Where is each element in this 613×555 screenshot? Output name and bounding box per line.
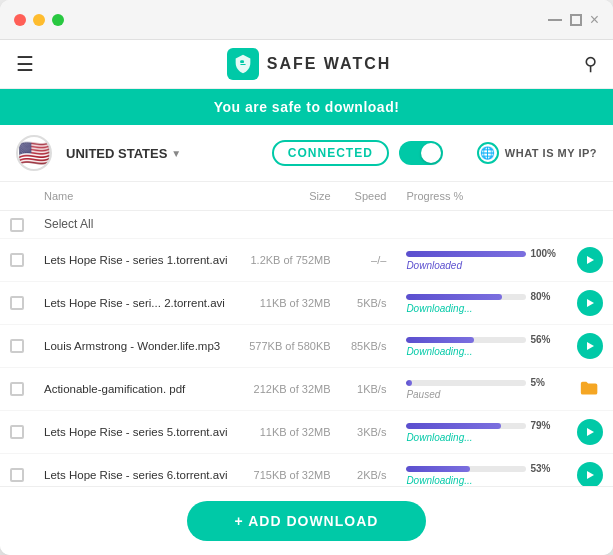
- progress-status: Paused: [406, 389, 557, 400]
- progress-bar-bg: [406, 380, 526, 386]
- play-button[interactable]: [577, 419, 603, 445]
- filesize: 11KB of 32MB: [239, 281, 341, 324]
- play-button[interactable]: [577, 462, 603, 486]
- progress-bar-fill: [406, 294, 502, 300]
- vpn-toggle[interactable]: [399, 141, 443, 165]
- play-button[interactable]: [577, 333, 603, 359]
- row-checkbox[interactable]: [10, 468, 24, 482]
- connection-bar: 🇺🇸 UNITED STATES ▼ CONNECTED 🌐 WHAT IS M…: [0, 125, 613, 182]
- filename: Louis Armstrong - Wonder.life.mp3: [44, 340, 220, 352]
- progress-status: Downloading...: [406, 432, 557, 443]
- play-icon: [585, 298, 595, 308]
- titlebar-right-controls: ×: [548, 12, 599, 28]
- speed: 5KB/s: [341, 281, 397, 324]
- progress-cell: 5% Paused: [396, 367, 567, 410]
- progress-cell: 79% Downloading...: [396, 410, 567, 453]
- flag-icon: 🇺🇸: [18, 137, 50, 169]
- speed: 1KB/s: [341, 367, 397, 410]
- col-checkbox: [0, 182, 34, 211]
- table-body: Select All Lets Hope Rise - series 1.tor…: [0, 211, 613, 487]
- progress-cell: 80% Downloading...: [396, 281, 567, 324]
- play-icon: [585, 427, 595, 437]
- svg-marker-4: [587, 342, 594, 350]
- progress-status: Downloaded: [406, 260, 557, 271]
- col-action: [567, 182, 613, 211]
- expand-icon: [570, 14, 582, 26]
- maximize-button[interactable]: [52, 14, 64, 26]
- progress-cell: 100% Downloaded: [396, 238, 567, 281]
- row-checkbox[interactable]: [10, 339, 24, 353]
- filename: Lets Hope Rise - series 5.torrent.avi: [44, 426, 227, 438]
- minimize-button[interactable]: [33, 14, 45, 26]
- folder-icon: [577, 376, 603, 402]
- table-row: Lets Hope Rise - series 5.torrent.avi11K…: [0, 410, 613, 453]
- filesize: 715KB of 32MB: [239, 453, 341, 486]
- shield-icon: [232, 53, 254, 75]
- ip-button[interactable]: 🌐 WHAT IS MY IP?: [477, 142, 597, 164]
- progress-bar-fill: [406, 466, 470, 472]
- brand: SAFE WATCH: [227, 48, 392, 80]
- minimize-icon: [548, 19, 562, 21]
- close-x-icon: ×: [590, 12, 599, 28]
- row-checkbox[interactable]: [10, 296, 24, 310]
- folder-svg: [579, 378, 601, 400]
- play-button[interactable]: [577, 290, 603, 316]
- row-checkbox[interactable]: [10, 253, 24, 267]
- app-window: × ☰ SAFE WATCH ⚲ You are safe to downloa…: [0, 0, 613, 555]
- svg-marker-3: [587, 299, 594, 307]
- progress-bar-bg: [406, 466, 526, 472]
- svg-rect-0: [240, 60, 244, 63]
- downloads-table: Name Size Speed Progress % Select All Le…: [0, 182, 613, 486]
- progress-status: Downloading...: [406, 475, 557, 486]
- menu-icon[interactable]: ☰: [16, 52, 34, 76]
- progress-bar-fill: [406, 380, 412, 386]
- progress-cell: 53% Downloading...: [396, 453, 567, 486]
- progress-cell: 56% Downloading...: [396, 324, 567, 367]
- select-all-row: Select All: [0, 211, 613, 239]
- progress-bar-bg: [406, 251, 526, 257]
- filename: Lets Hope Rise - seri... 2.torrent.avi: [44, 297, 225, 309]
- row-checkbox[interactable]: [10, 382, 24, 396]
- progress-percent: 5%: [530, 377, 544, 388]
- table-row: Lets Hope Rise - seri... 2.torrent.avi11…: [0, 281, 613, 324]
- progress-bar-fill: [406, 423, 501, 429]
- select-all-checkbox[interactable]: [10, 218, 24, 232]
- filesize: 1.2KB of 752MB: [239, 238, 341, 281]
- add-download-button[interactable]: + ADD DOWNLOAD: [187, 501, 427, 541]
- toggle-knob: [421, 143, 441, 163]
- progress-percent: 80%: [530, 291, 550, 302]
- globe-icon: 🌐: [477, 142, 499, 164]
- window-controls: [14, 14, 64, 26]
- play-button[interactable]: [577, 247, 603, 273]
- connection-toggle: CONNECTED: [272, 140, 443, 166]
- chevron-down-icon: ▼: [171, 148, 181, 159]
- progress-bar-fill: [406, 251, 526, 257]
- progress-percent: 56%: [530, 334, 550, 345]
- progress-percent: 79%: [530, 420, 550, 431]
- table-header: Name Size Speed Progress %: [0, 182, 613, 211]
- row-checkbox[interactable]: [10, 425, 24, 439]
- filesize: 212KB of 32MB: [239, 367, 341, 410]
- ip-button-text: WHAT IS MY IP?: [505, 147, 597, 159]
- titlebar: ×: [0, 0, 613, 40]
- svg-rect-1: [240, 64, 246, 65]
- progress-bar-bg: [406, 337, 526, 343]
- svg-marker-6: [587, 471, 594, 479]
- status-banner-text: You are safe to download!: [214, 99, 400, 115]
- country-selector[interactable]: UNITED STATES ▼: [66, 146, 181, 161]
- progress-bar-fill: [406, 337, 473, 343]
- table-row: Louis Armstrong - Wonder.life.mp3577KB o…: [0, 324, 613, 367]
- filesize: 577KB of 580KB: [239, 324, 341, 367]
- play-icon: [585, 255, 595, 265]
- search-icon[interactable]: ⚲: [584, 53, 597, 75]
- progress-status: Downloading...: [406, 303, 557, 314]
- select-all-label: Select All: [34, 211, 613, 239]
- speed: 3KB/s: [341, 410, 397, 453]
- progress-percent: 100%: [530, 248, 556, 259]
- brand-name: SAFE WATCH: [267, 55, 392, 73]
- close-button[interactable]: [14, 14, 26, 26]
- status-banner: You are safe to download!: [0, 89, 613, 125]
- col-progress: Progress %: [396, 182, 567, 211]
- add-download-label: + ADD DOWNLOAD: [235, 513, 379, 529]
- col-speed: Speed: [341, 182, 397, 211]
